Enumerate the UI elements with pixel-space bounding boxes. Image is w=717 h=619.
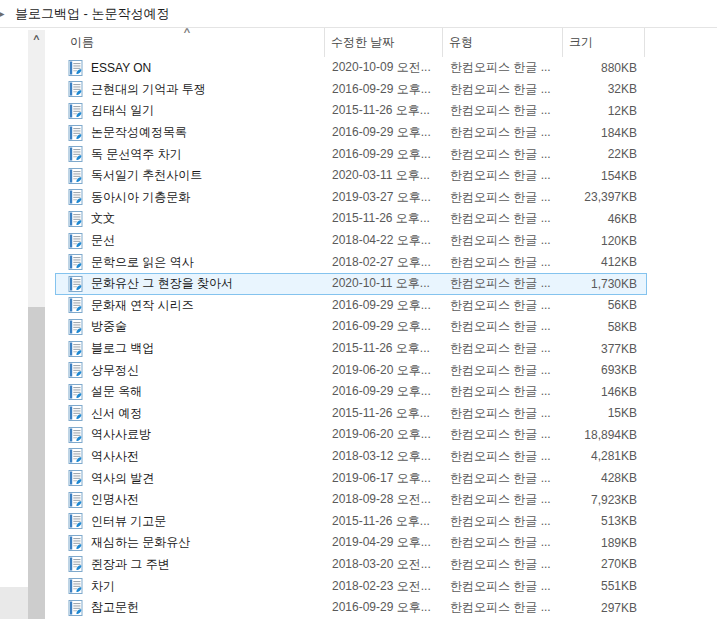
file-row[interactable]: 독 문선역주 차기 2016-09-29 오후... 한컴오피스 한글 ... … xyxy=(55,143,647,165)
file-date-cell: 2016-09-29 오후... xyxy=(326,383,444,400)
file-row[interactable]: 차기 2018-02-23 오전... 한컴오피스 한글 ... 551KB xyxy=(55,575,647,597)
file-date-cell: 2016-09-29 오후... xyxy=(326,318,444,335)
file-date-cell: 2015-11-26 오후... xyxy=(326,210,444,227)
file-row[interactable]: 文文 2015-11-26 오후... 한컴오피스 한글 ... 46KB xyxy=(55,208,647,230)
column-header-size[interactable]: 크기 xyxy=(563,28,645,57)
file-date-cell: 2019-06-20 오후... xyxy=(326,362,444,379)
file-name-label: 참고문헌 xyxy=(91,599,139,616)
file-name-label: 방중술 xyxy=(91,318,127,335)
nav-pane-scrollbar[interactable]: ∧ xyxy=(28,30,45,619)
file-name-cell: 문학으로 읽은 역사 xyxy=(56,254,326,271)
file-type-cell: 한컴오피스 한글 ... xyxy=(444,102,564,119)
breadcrumb: ▸ 블로그백업 - 논문작성예정 xyxy=(0,0,717,28)
hwp-document-icon xyxy=(68,427,84,443)
file-date-cell: 2018-03-12 오후... xyxy=(326,448,444,465)
file-date-cell: 2016-09-29 오후... xyxy=(326,599,444,616)
file-type-cell: 한컴오피스 한글 ... xyxy=(444,426,564,443)
explorer-content: ∧ ∧ 이름 수정한 날짜 유형 크기 ESS xyxy=(0,28,717,619)
nav-pane-corner xyxy=(0,587,28,619)
file-name-label: 상무정신 xyxy=(91,362,139,379)
file-name-label: 문화재 연작 시리즈 xyxy=(91,297,194,314)
sort-ascending-icon: ∧ xyxy=(182,27,191,35)
file-date-cell: 2016-09-29 오후... xyxy=(326,81,444,98)
file-size-cell: 4,281KB xyxy=(564,449,646,463)
file-row[interactable]: 신서 예정 2015-11-26 오후... 한컴오피스 한글 ... 15KB xyxy=(55,403,647,425)
hwp-document-icon xyxy=(68,492,84,508)
file-row[interactable]: 인터뷰 기고문 2015-11-26 오후... 한컴오피스 한글 ... 51… xyxy=(55,510,647,532)
file-size-cell: 32KB xyxy=(564,82,646,96)
file-name-label: ESSAY ON xyxy=(91,61,151,75)
file-name-label: 문선 xyxy=(91,232,115,249)
file-row[interactable]: 역사사전 2018-03-12 오후... 한컴오피스 한글 ... 4,281… xyxy=(55,446,647,468)
file-row[interactable]: 재심하는 문화유산 2019-04-29 오후... 한컴오피스 한글 ... … xyxy=(55,532,647,554)
file-row[interactable]: 근현대의 기억과 투쟁 2016-09-29 오후... 한컴오피스 한글 ..… xyxy=(55,79,647,101)
file-date-cell: 2016-09-29 오후... xyxy=(326,124,444,141)
file-row[interactable]: 문화재 연작 시리즈 2016-09-29 오후... 한컴오피스 한글 ...… xyxy=(55,295,647,317)
file-name-cell: 문화재 연작 시리즈 xyxy=(56,297,326,314)
file-row[interactable]: 문학으로 읽은 역사 2018-02-27 오후... 한컴오피스 한글 ...… xyxy=(55,251,647,273)
file-name-label: 차기 xyxy=(91,578,115,595)
file-name-label: 근현대의 기억과 투쟁 xyxy=(91,81,206,98)
hwp-document-icon xyxy=(68,600,84,616)
hwp-document-icon xyxy=(68,556,84,572)
file-row[interactable]: 동아시아 기층문화 2019-03-27 오후... 한컴오피스 한글 ... … xyxy=(55,187,647,209)
hwp-document-icon xyxy=(68,513,84,529)
file-row[interactable]: 참고문헌 2016-09-29 오후... 한컴오피스 한글 ... 297KB xyxy=(55,597,647,619)
file-type-cell: 한컴오피스 한글 ... xyxy=(444,340,564,357)
file-row[interactable]: 역사사료방 2019-06-20 오후... 한컴오피스 한글 ... 18,8… xyxy=(55,424,647,446)
file-date-cell: 2020-10-09 오전... xyxy=(326,59,444,76)
file-type-cell: 한컴오피스 한글 ... xyxy=(444,362,564,379)
file-name-cell: 김태식 일기 xyxy=(56,102,326,119)
file-type-cell: 한컴오피스 한글 ... xyxy=(444,297,564,314)
hwp-document-icon xyxy=(68,168,84,184)
hwp-document-icon xyxy=(68,341,84,357)
file-row[interactable]: 문화유산 그 현장을 찾아서 2020-10-11 오후... 한컴오피스 한글… xyxy=(55,273,647,295)
scrollbar-up-arrow-icon[interactable]: ∧ xyxy=(24,30,50,46)
file-size-cell: 189KB xyxy=(564,536,646,550)
file-type-cell: 한컴오피스 한글 ... xyxy=(444,81,564,98)
file-row[interactable]: 방중술 2016-09-29 오후... 한컴오피스 한글 ... 58KB xyxy=(55,316,647,338)
file-date-cell: 2018-02-23 오전... xyxy=(326,578,444,595)
file-date-cell: 2020-10-11 오후... xyxy=(326,275,444,292)
file-row[interactable]: ESSAY ON 2020-10-09 오전... 한컴오피스 한글 ... 8… xyxy=(55,57,647,79)
file-row[interactable]: 블로그 백업 2015-11-26 오후... 한컴오피스 한글 ... 377… xyxy=(55,338,647,360)
file-name-label: 신서 예정 xyxy=(91,405,142,422)
file-date-cell: 2018-02-27 오후... xyxy=(326,254,444,271)
file-type-cell: 한컴오피스 한글 ... xyxy=(444,210,564,227)
hwp-document-icon xyxy=(68,297,84,313)
file-name-label: 블로그 백업 xyxy=(91,340,154,357)
file-row[interactable]: 역사의 발견 2019-06-17 오후... 한컴오피스 한글 ... 428… xyxy=(55,467,647,489)
file-name-cell: 근현대의 기억과 투쟁 xyxy=(56,81,326,98)
hwp-document-icon xyxy=(68,103,84,119)
file-row[interactable]: 쥔장과 그 주변 2018-03-20 오전... 한컴오피스 한글 ... 2… xyxy=(55,554,647,576)
scrollbar-thumb[interactable] xyxy=(28,307,45,619)
file-name-cell: 독서일기 추천사이트 xyxy=(56,167,326,184)
file-size-cell: 184KB xyxy=(564,126,646,140)
file-row[interactable]: 김태식 일기 2015-11-26 오후... 한컴오피스 한글 ... 12K… xyxy=(55,100,647,122)
file-date-cell: 2015-11-26 오후... xyxy=(326,340,444,357)
file-type-cell: 한컴오피스 한글 ... xyxy=(444,491,564,508)
file-size-cell: 15KB xyxy=(564,406,646,420)
file-row[interactable]: 독서일기 추천사이트 2020-03-11 오후... 한컴오피스 한글 ...… xyxy=(55,165,647,187)
file-size-cell: 146KB xyxy=(564,385,646,399)
breadcrumb-chevron-icon[interactable]: ▸ xyxy=(0,8,8,19)
file-row[interactable]: 인명사전 2018-09-28 오전... 한컴오피스 한글 ... 7,923… xyxy=(55,489,647,511)
hwp-document-icon xyxy=(68,125,84,141)
file-name-cell: 역사사료방 xyxy=(56,426,326,443)
file-row[interactable]: 상무정신 2019-06-20 오후... 한컴오피스 한글 ... 693KB xyxy=(55,359,647,381)
column-header-type[interactable]: 유형 xyxy=(443,28,563,57)
file-name-label: 동아시아 기층문화 xyxy=(91,189,190,206)
file-row[interactable]: 논문작성예정목록 2016-09-29 오후... 한컴오피스 한글 ... 1… xyxy=(55,122,647,144)
explorer-window: ▸ 블로그백업 - 논문작성예정 ∧ ∧ 이름 수정한 날짜 유형 크기 xyxy=(0,0,717,619)
hwp-document-icon xyxy=(68,362,84,378)
file-row[interactable]: 문선 2018-04-22 오후... 한컴오피스 한글 ... 120KB xyxy=(55,230,647,252)
file-name-label: 재심하는 문화유산 xyxy=(91,534,190,551)
file-date-cell: 2018-03-20 오전... xyxy=(326,556,444,573)
file-date-cell: 2015-11-26 오후... xyxy=(326,102,444,119)
hwp-document-icon xyxy=(68,254,84,270)
file-row[interactable]: 설문 옥해 2016-09-29 오후... 한컴오피스 한글 ... 146K… xyxy=(55,381,647,403)
column-headers: ∧ 이름 수정한 날짜 유형 크기 xyxy=(55,28,647,57)
file-name-cell: 재심하는 문화유산 xyxy=(56,534,326,551)
hwp-document-icon xyxy=(68,578,84,594)
column-header-date-modified[interactable]: 수정한 날짜 xyxy=(325,28,443,57)
